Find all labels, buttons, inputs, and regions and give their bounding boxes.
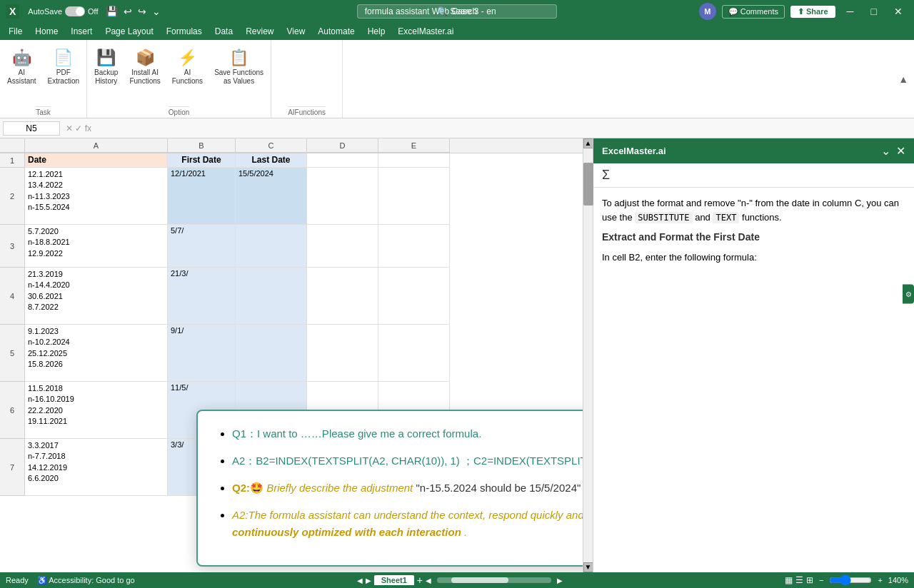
autosave-pill[interactable] [65,6,85,16]
aifunc-label: AIFunctions [172,69,203,86]
cell-b2[interactable]: 12/1/2021 [168,168,236,225]
close-button[interactable]: ✕ [888,3,908,20]
cell-a5[interactable]: 9.1.2023 n-10.2.2024 25.12.2025 15.8.202… [25,325,168,382]
cell-c1[interactable]: Last Date [236,153,307,168]
cell-a7[interactable]: 3.3.2017 n-7.7.2018 14.12.2019 6.6.2020 [25,439,168,496]
user-avatar[interactable]: M [699,3,716,20]
cell-e4[interactable] [378,268,450,325]
undo-button[interactable]: ↩ [122,4,134,19]
ribbon-btn-pdf-extraction[interactable]: 📄 PDFExtraction [44,47,84,87]
menu-data[interactable]: Data [209,25,238,38]
menu-formulas[interactable]: Formulas [161,25,208,38]
scroll-thumb[interactable] [583,163,593,206]
cell-a4[interactable]: 21.3.2019 n-14.4.2020 30.6.2021 8.7.2022 [25,268,168,325]
cell-a3[interactable]: 5.7.2020 n-18.8.2021 12.9.2022 [25,225,168,268]
cell-d3[interactable] [307,225,378,268]
aifunc-icon: ⚡ [178,49,197,67]
cell-b4[interactable]: 21/3/ [168,268,236,325]
name-box[interactable] [3,121,60,136]
nav-next-button[interactable]: ▶ [366,577,371,584]
zoom-minus-button[interactable]: − [819,576,823,584]
cell-a6[interactable]: 11.5.2018 n-16.10.2019 22.2.2020 19.11.2… [25,382,168,439]
ribbon-btn-ai-assistant[interactable]: 🤖 AIAssistant [3,47,41,87]
cell-a3-line1: 5.7.2020 [28,226,59,236]
popup-q2-desc: Briefly describe the adjustment [266,482,416,494]
restore-button[interactable]: □ [865,3,883,20]
cell-a2[interactable]: 12.1.2021 13.4.2022 n-11.3.2023 n-15.5.2… [25,168,168,225]
customize-button[interactable]: ⌄ [151,4,162,19]
cell-d2[interactable] [307,168,378,225]
grid-row-5: 9.1.2023 n-10.2.2024 25.12.2025 15.8.202… [25,325,583,382]
share-button[interactable]: ⬆ Share [790,6,835,18]
zoom-plus-button[interactable]: + [878,576,882,584]
corner-cell [0,138,25,153]
formula-bar-separator: ✕ ✓ fx [63,123,94,133]
cell-e5[interactable] [378,325,450,382]
side-panel-edge-icon[interactable]: ⚙ [903,285,914,304]
menu-excelmaster[interactable]: ExcelMaster.ai [392,25,459,38]
cell-b1[interactable]: First Date [168,153,236,168]
nav-arr-prev-button[interactable]: ◀ [426,577,431,584]
view-normal-button[interactable]: ▦ [785,575,793,585]
code-substitute: SUBSTITUTE [635,212,692,223]
menu-automate[interactable]: Automate [312,25,360,38]
nav-arr-next-button[interactable]: ▶ [557,577,563,584]
cell-d5[interactable] [307,325,378,382]
view-layout-button[interactable]: ☰ [795,575,803,585]
menu-help[interactable]: Help [362,25,391,38]
ribbon-collapse-button[interactable]: ▲ [898,74,908,85]
side-panel-chevron-button[interactable]: ⌄ [881,144,890,158]
ribbon-btn-backup-history[interactable]: 💾 BackupHistory [90,47,122,87]
cell-e2[interactable] [378,168,450,225]
menu-file[interactable]: File [3,25,28,38]
cell-c5[interactable] [236,325,307,382]
popup-q2-emoji: 🤩 [250,482,263,494]
cell-b3[interactable]: 5/7/ [168,225,236,268]
side-panel-header: ExcelMaster.ai ⌄ ✕ [593,138,914,163]
nav-prev-button[interactable]: ◀ [357,577,363,584]
side-panel-close-button[interactable]: ✕ [896,144,905,158]
cell-d4[interactable] [307,268,378,325]
ribbon-btn-install-ai[interactable]: 📦 Install AIFunctions [125,47,164,87]
view-pagebreak-button[interactable]: ⊞ [806,575,813,585]
cell-c3[interactable] [236,225,307,268]
menu-pagelayout[interactable]: Page Layout [99,25,159,38]
cell-a7-line3: 14.12.2019 [28,462,67,472]
ribbon-btn-ai-functions[interactable]: ⚡ AIFunctions [168,47,207,87]
cell-e1[interactable] [378,153,450,168]
menu-insert[interactable]: Insert [65,25,98,38]
cell-c2[interactable]: 15/5/2024 [236,168,307,225]
add-sheet-button[interactable]: + [417,574,423,586]
ready-label: Ready [6,576,29,584]
vertical-scrollbar[interactable]: ▲ ▼ [583,138,593,572]
cell-b5[interactable]: 9/1/ [168,325,236,382]
formula-input[interactable] [97,123,911,133]
minimize-button[interactable]: ─ [841,3,860,20]
ribbon-btn-save-functions[interactable]: 📋 Save Functionsas Values [210,47,268,87]
cell-c4[interactable] [236,268,307,325]
cell-a1[interactable]: Date [25,153,168,168]
sheet1-tab[interactable]: Sheet1 [374,575,414,585]
cell-d1[interactable] [307,153,378,168]
grid-row-4: 21.3.2019 n-14.4.2020 30.6.2021 8.7.2022… [25,268,583,325]
menu-review[interactable]: Review [240,25,279,38]
install-label: Install AIFunctions [129,69,160,86]
scroll-up-button[interactable]: ▲ [583,138,593,148]
menu-view[interactable]: View [281,25,311,38]
search-box[interactable]: 🔍 Search [357,4,557,19]
scroll-down-button[interactable]: ▼ [583,562,593,572]
cell-e3[interactable] [378,225,450,268]
redo-button[interactable]: ↪ [136,4,148,19]
save-button[interactable]: 💾 [104,4,119,19]
cell-a5-line3: 25.12.2025 [28,348,67,358]
horizontal-scrollbar[interactable] [437,577,551,583]
zoom-slider[interactable] [829,574,872,586]
ai-assistant-icon: 🤖 [12,49,31,67]
autosave-toggle[interactable]: AutoSave Off [28,6,98,16]
menu-home[interactable]: Home [29,25,64,38]
side-panel-content: To adjust the format and remove "n-" fro… [593,188,914,572]
comments-button[interactable]: 💬 Comments [722,5,785,19]
cell-a4-line4: 8.7.2022 [28,302,59,312]
sigma-symbol: Σ [602,168,610,182]
side-panel-title: ExcelMaster.ai [602,146,666,156]
